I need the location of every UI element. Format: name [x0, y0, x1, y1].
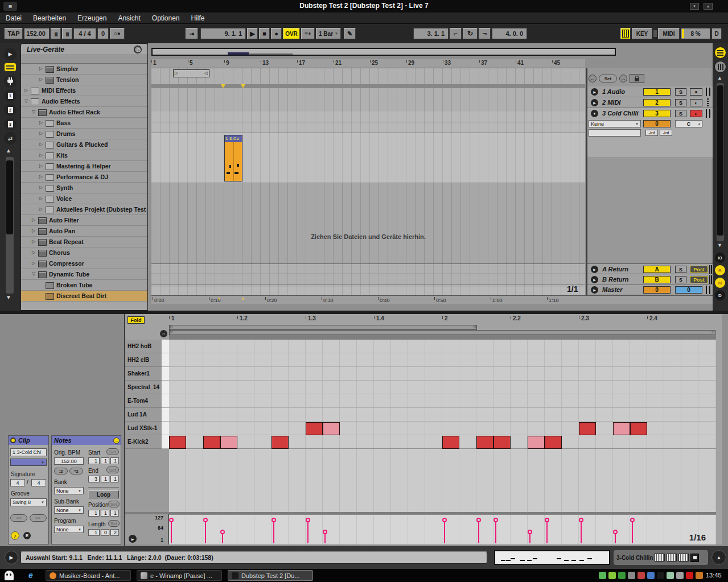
- tray-icon-avira[interactable]: [686, 572, 693, 579]
- hot-swap-icon[interactable]: ⇄: [4, 132, 17, 145]
- arrangement-overview-bar[interactable]: [151, 48, 616, 56]
- return-track-header-b[interactable]: ▶ B Return B S Post: [587, 274, 713, 285]
- expand-arrow-icon[interactable]: ▷: [39, 153, 43, 158]
- arm-button[interactable]: ●: [690, 88, 702, 96]
- browser-scrollbar-thumb[interactable]: [6, 160, 13, 234]
- browser-item[interactable]: ▷Voice: [21, 193, 147, 204]
- loop-start-handle[interactable]: ▷: [175, 71, 178, 76]
- clip-name-field[interactable]: 1 3-Cold Chi: [10, 448, 47, 456]
- sub-bank-selector[interactable]: None▼: [54, 506, 84, 514]
- velocity-marker[interactable]: [495, 520, 496, 543]
- midi-key[interactable]: [162, 381, 169, 394]
- track-unfold-button[interactable]: ▶: [591, 286, 598, 294]
- play-button[interactable]: ▶: [247, 28, 258, 39]
- end-sixteenth[interactable]: 1: [110, 476, 119, 482]
- groove-selector[interactable]: Swing 8▼: [10, 498, 47, 506]
- menu-item-ansicht[interactable]: Ansicht: [112, 13, 146, 24]
- start-sixteenth[interactable]: 1: [110, 457, 119, 464]
- midi-note[interactable]: [493, 436, 511, 449]
- browser-item[interactable]: ▷MIDI Effects: [21, 85, 147, 96]
- tray-icon-messenger[interactable]: [599, 572, 606, 579]
- expand-arrow-icon[interactable]: ▷: [39, 164, 43, 168]
- midi-note[interactable]: [203, 436, 220, 449]
- velocity-marker[interactable]: [171, 520, 172, 543]
- solo-button[interactable]: S: [675, 266, 686, 273]
- browser-item[interactable]: Broken Tube: [21, 280, 147, 291]
- midi-key[interactable]: [162, 367, 169, 381]
- expand-arrow-icon[interactable]: ▷: [24, 88, 28, 93]
- double-tempo-button[interactable]: *2: [69, 468, 83, 474]
- fold-button[interactable]: Fold: [127, 316, 145, 324]
- clip-notes-tab-icon[interactable]: ♪: [11, 531, 19, 540]
- velocity-marker[interactable]: [222, 532, 223, 543]
- tempo-display[interactable]: 152.00: [24, 28, 50, 39]
- track-unfold-button[interactable]: ▶: [591, 99, 598, 106]
- time-ruler[interactable]: 0:000:100:200:300:400:501:001:10: [151, 295, 713, 304]
- overview-visible-region[interactable]: [228, 52, 249, 55]
- track-activator[interactable]: B: [643, 276, 671, 283]
- midi-note[interactable]: [220, 436, 237, 449]
- velocity-lane[interactable]: 1/16: [169, 514, 716, 544]
- arr-scrollbar-track[interactable]: [717, 83, 724, 241]
- track-header-cold-chilli[interactable]: ▼ 3 Cold Chilli 3 S ◐ Keine▼ 0 C◄ -inf -…: [587, 108, 713, 158]
- length-sixteenth[interactable]: 2: [110, 529, 119, 536]
- locator-marker-1[interactable]: [221, 84, 225, 88]
- program-selector[interactable]: None▼: [54, 526, 84, 533]
- track-activator[interactable]: A: [643, 266, 671, 273]
- clip-title-bar[interactable]: 1 3-Co: [225, 135, 242, 142]
- velocity-marker[interactable]: [615, 532, 616, 543]
- track-activator[interactable]: 2: [643, 99, 671, 106]
- taskbar-task-winamp[interactable]: e - Winamp [Pause] ...: [137, 570, 222, 581]
- send-a-knob[interactable]: 0: [643, 120, 671, 127]
- search-icon[interactable]: [134, 46, 142, 53]
- browser-item[interactable]: ▷Performance & DJ: [21, 172, 147, 183]
- arr-scroll-up[interactable]: ▲: [717, 75, 722, 81]
- follow-button[interactable]: ⇥: [186, 28, 198, 39]
- master-track-header[interactable]: ▶ Master 0 0: [587, 285, 713, 295]
- bank-selector[interactable]: None▼: [54, 487, 84, 494]
- browser-item[interactable]: ▷Simpler: [21, 64, 147, 75]
- length-beat[interactable]: 0: [101, 529, 109, 536]
- taskbar-task-live[interactable]: Dubstep Test 2 [Du...: [228, 570, 313, 581]
- solo-button[interactable]: S: [675, 99, 686, 106]
- prev-locator-button[interactable]: ←: [589, 75, 597, 82]
- browser-item[interactable]: ▽Dynamic Tube: [21, 269, 147, 280]
- velocity-marker[interactable]: [546, 520, 548, 543]
- browser-scrollbar-track[interactable]: [6, 157, 14, 294]
- browser-item[interactable]: ▷Guitars & Plucked: [21, 139, 147, 150]
- start-beat[interactable]: 1: [101, 457, 109, 464]
- fold-panel-icon[interactable]: →: [113, 437, 120, 444]
- stop-button[interactable]: ■: [259, 28, 270, 39]
- solo-button[interactable]: S: [675, 110, 686, 117]
- midi-key[interactable]: [162, 422, 169, 435]
- midi-note-grid[interactable]: [169, 340, 716, 512]
- track-name[interactable]: 2 MIDI: [602, 99, 620, 106]
- midi-beat-ruler[interactable]: 11.21.31.422.22.32.4: [169, 314, 716, 324]
- start-bar[interactable]: 1: [88, 457, 100, 464]
- solo-button[interactable]: S: [675, 276, 686, 283]
- expand-arrow-icon[interactable]: ▷: [39, 185, 43, 190]
- browser-item[interactable]: ▷Compressor: [21, 258, 147, 269]
- arr-scroll-down[interactable]: ▼: [717, 242, 722, 248]
- return-track-header-a[interactable]: ▶ A Return A S Post: [587, 263, 713, 274]
- clip-envelope-tab-icon[interactable]: E: [23, 532, 31, 539]
- expand-arrow-icon[interactable]: ▷: [39, 67, 43, 71]
- midi-note[interactable]: [630, 422, 647, 435]
- menu-item-erzeugen[interactable]: Erzeugen: [72, 13, 112, 24]
- clip-color-selector[interactable]: ▼: [10, 459, 47, 466]
- browser-column-header[interactable]: [21, 55, 147, 64]
- browser-item[interactable]: ▽Audio Effects: [21, 96, 147, 107]
- browser-item[interactable]: ▷Beat Repeat: [21, 237, 147, 247]
- menu-item-hilfe[interactable]: Hilfe: [186, 13, 211, 24]
- length-bar[interactable]: 1: [88, 529, 100, 536]
- status-play-icon[interactable]: ▶: [5, 551, 18, 564]
- browser-play-icon[interactable]: ▶: [4, 48, 17, 60]
- punch-in-button[interactable]: ⌐: [450, 28, 462, 39]
- midi-note[interactable]: [306, 422, 323, 435]
- brace-end-handle[interactable]: ◁: [711, 329, 714, 334]
- track-unfold-button[interactable]: ▶: [591, 276, 598, 283]
- browser-item[interactable]: ▷Tension: [21, 75, 147, 85]
- tray-icon-gray-tool[interactable]: [628, 572, 635, 579]
- metronome-button[interactable]: ○●: [110, 28, 125, 39]
- tray-icon-steam[interactable]: [657, 572, 664, 579]
